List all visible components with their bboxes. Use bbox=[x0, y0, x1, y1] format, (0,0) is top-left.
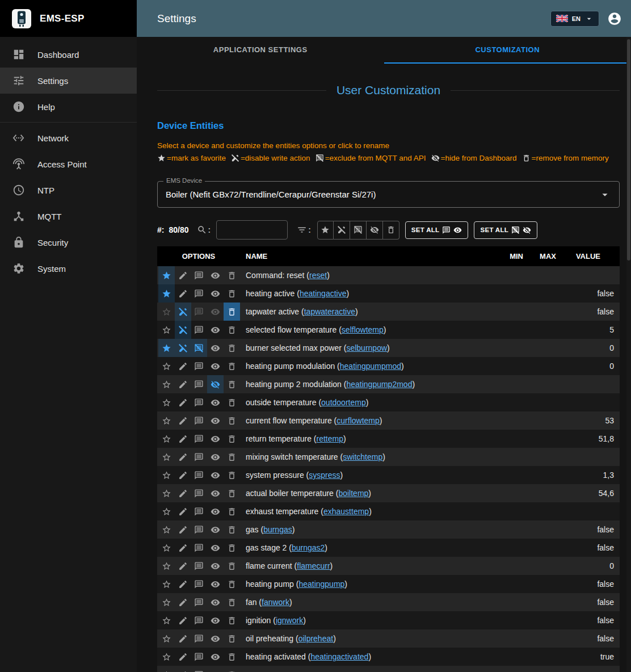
mqtt-exclude-toggle[interactable] bbox=[191, 593, 208, 611]
mqtt-exclude-toggle[interactable] bbox=[191, 411, 208, 430]
entity-shortname-link[interactable]: heatingpumpmod bbox=[340, 362, 401, 371]
mqtt-exclude-toggle[interactable] bbox=[191, 520, 208, 539]
remove-toggle[interactable] bbox=[224, 375, 240, 393]
hide-toggle[interactable] bbox=[207, 284, 224, 303]
entity-shortname-link[interactable]: selburnpow bbox=[346, 343, 387, 352]
mqtt-exclude-toggle[interactable] bbox=[191, 357, 208, 375]
hide-toggle[interactable] bbox=[207, 375, 224, 393]
entity-shortname-link[interactable]: heatingpump bbox=[298, 579, 344, 589]
write-action-toggle[interactable] bbox=[175, 339, 191, 357]
hide-toggle[interactable] bbox=[207, 611, 224, 629]
remove-toggle[interactable] bbox=[224, 629, 240, 648]
hide-toggle[interactable] bbox=[207, 393, 224, 411]
hide-toggle[interactable] bbox=[207, 321, 224, 339]
remove-toggle[interactable] bbox=[224, 593, 240, 611]
sidebar-item-network[interactable]: Network bbox=[0, 125, 137, 151]
remove-toggle[interactable] bbox=[224, 539, 240, 557]
remove-toggle[interactable] bbox=[224, 557, 240, 575]
write-action-toggle[interactable] bbox=[175, 648, 191, 666]
write-action-toggle[interactable] bbox=[175, 557, 191, 575]
mqtt-exclude-toggle[interactable] bbox=[191, 339, 208, 357]
mqtt-exclude-toggle[interactable] bbox=[191, 557, 208, 575]
entity-shortname-link[interactable]: oilpreheat bbox=[298, 634, 334, 643]
hide-toggle[interactable] bbox=[207, 430, 224, 448]
favorite-toggle[interactable] bbox=[158, 321, 175, 339]
sidebar-item-settings[interactable]: Settings bbox=[0, 68, 137, 94]
filter-mqtt-exclude-button[interactable] bbox=[350, 221, 367, 240]
remove-toggle[interactable] bbox=[224, 303, 240, 321]
favorite-toggle[interactable] bbox=[158, 411, 175, 430]
tab-application-settings[interactable]: APPLICATION SETTINGS bbox=[137, 37, 384, 64]
hide-toggle[interactable] bbox=[207, 266, 224, 284]
remove-toggle[interactable] bbox=[224, 666, 240, 672]
hide-toggle[interactable] bbox=[207, 539, 224, 557]
write-action-toggle[interactable] bbox=[175, 520, 191, 539]
entity-shortname-link[interactable]: reset bbox=[309, 271, 327, 280]
hide-toggle[interactable] bbox=[207, 303, 224, 321]
remove-toggle[interactable] bbox=[224, 520, 240, 539]
write-action-toggle[interactable] bbox=[175, 575, 191, 593]
write-action-toggle[interactable] bbox=[175, 303, 191, 321]
write-action-toggle[interactable] bbox=[175, 666, 191, 672]
write-action-toggle[interactable] bbox=[175, 539, 191, 557]
favorite-toggle[interactable] bbox=[158, 666, 175, 672]
favorite-toggle[interactable] bbox=[158, 466, 175, 484]
favorite-toggle[interactable] bbox=[158, 629, 175, 648]
write-action-toggle[interactable] bbox=[175, 448, 191, 466]
remove-toggle[interactable] bbox=[224, 266, 240, 284]
remove-toggle[interactable] bbox=[224, 357, 240, 375]
sidebar-item-dashboard[interactable]: Dashboard bbox=[0, 41, 137, 68]
write-action-toggle[interactable] bbox=[175, 375, 191, 393]
favorite-toggle[interactable] bbox=[158, 375, 175, 393]
set-all-hide-button[interactable]: SET ALL bbox=[474, 221, 537, 239]
mqtt-exclude-toggle[interactable] bbox=[191, 266, 208, 284]
favorite-toggle[interactable] bbox=[158, 448, 175, 466]
write-action-toggle[interactable] bbox=[175, 611, 191, 629]
remove-toggle[interactable] bbox=[224, 339, 240, 357]
hide-toggle[interactable] bbox=[207, 466, 224, 484]
sidebar-item-system[interactable]: System bbox=[0, 255, 137, 282]
entity-shortname-link[interactable]: curflowtemp bbox=[336, 416, 379, 425]
hide-toggle[interactable] bbox=[207, 666, 224, 672]
mqtt-exclude-toggle[interactable] bbox=[191, 502, 208, 520]
entity-shortname-link[interactable]: burngas2 bbox=[292, 543, 325, 552]
favorite-toggle[interactable] bbox=[158, 539, 175, 557]
remove-toggle[interactable] bbox=[224, 393, 240, 411]
favorite-toggle[interactable] bbox=[158, 502, 175, 520]
entity-shortname-link[interactable]: ignwork bbox=[276, 616, 303, 625]
entity-shortname-link[interactable]: burngas bbox=[263, 525, 292, 534]
entity-shortname-link[interactable]: switchtemp bbox=[343, 452, 382, 461]
favorite-toggle[interactable] bbox=[158, 611, 175, 629]
mqtt-exclude-toggle[interactable] bbox=[191, 611, 208, 629]
favorite-toggle[interactable] bbox=[158, 284, 175, 303]
write-action-toggle[interactable] bbox=[175, 484, 191, 502]
filter-deleted-button[interactable] bbox=[383, 221, 399, 240]
hide-toggle[interactable] bbox=[207, 648, 224, 666]
mqtt-exclude-toggle[interactable] bbox=[191, 539, 208, 557]
favorite-toggle[interactable] bbox=[158, 393, 175, 411]
mqtt-exclude-toggle[interactable] bbox=[191, 303, 208, 321]
remove-toggle[interactable] bbox=[224, 321, 240, 339]
set-all-show-button[interactable]: SET ALL bbox=[405, 221, 469, 239]
hide-toggle[interactable] bbox=[207, 520, 224, 539]
write-action-toggle[interactable] bbox=[175, 321, 191, 339]
favorite-toggle[interactable] bbox=[158, 339, 175, 357]
remove-toggle[interactable] bbox=[224, 284, 240, 303]
entity-shortname-link[interactable]: heatingactivated bbox=[310, 652, 368, 661]
sidebar-item-mqtt[interactable]: MQTT bbox=[0, 203, 137, 229]
write-action-toggle[interactable] bbox=[175, 411, 191, 430]
write-action-toggle[interactable] bbox=[175, 502, 191, 520]
favorite-toggle[interactable] bbox=[158, 520, 175, 539]
page-scrollbar[interactable] bbox=[626, 37, 631, 672]
mqtt-exclude-toggle[interactable] bbox=[191, 629, 208, 648]
language-selector[interactable]: EN bbox=[550, 11, 599, 27]
write-action-toggle[interactable] bbox=[175, 593, 191, 611]
entity-shortname-link[interactable]: heatingpump2mod bbox=[346, 380, 412, 389]
favorite-toggle[interactable] bbox=[158, 484, 175, 502]
ems-device-select[interactable]: EMS Device Boiler (Nefit GBx72/Trendline… bbox=[157, 181, 620, 208]
write-action-toggle[interactable] bbox=[175, 430, 191, 448]
hide-toggle[interactable] bbox=[207, 557, 224, 575]
remove-toggle[interactable] bbox=[224, 648, 240, 666]
write-action-toggle[interactable] bbox=[175, 629, 191, 648]
mqtt-exclude-toggle[interactable] bbox=[191, 430, 208, 448]
